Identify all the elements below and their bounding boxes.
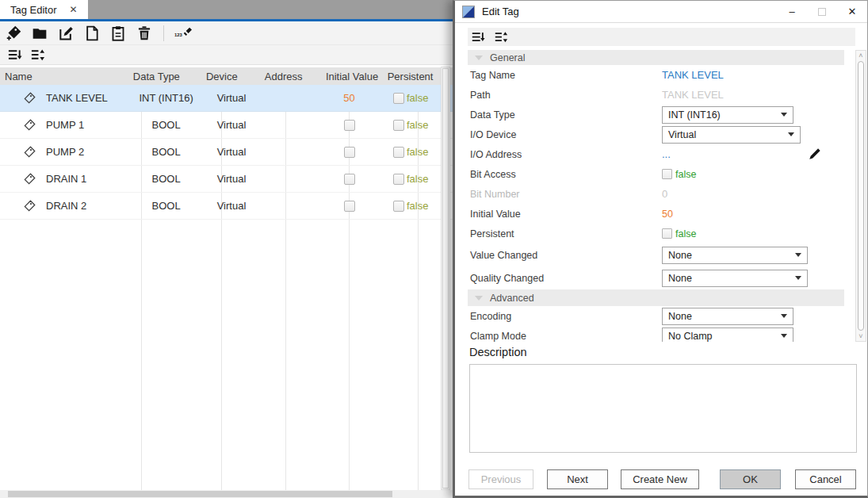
table-vertical-scrollbar[interactable] <box>441 67 450 490</box>
initial-value-checkbox[interactable] <box>344 174 355 185</box>
persistent-value: false <box>407 119 428 131</box>
tag-device: Virtual <box>202 112 260 138</box>
persistent-checkbox[interactable] <box>393 147 404 158</box>
tag-name-value[interactable]: TANK LEVEL <box>662 69 724 81</box>
close-button[interactable]: ✕ <box>837 1 867 22</box>
column-header-initial-value[interactable]: Initial Value <box>318 67 381 85</box>
tag-device: Virtual <box>202 166 260 192</box>
paste-icon[interactable] <box>109 25 127 42</box>
column-header-address[interactable]: Address <box>260 67 318 85</box>
table-body: TANK LEVEL INT (INT16) Virtual 50 false … <box>0 85 453 491</box>
table-row-pump-1[interactable]: PUMP 1 BOOL Virtual false <box>0 112 453 139</box>
encoding-dropdown[interactable]: None <box>662 308 793 325</box>
scroll-up-icon[interactable]: ˄ <box>858 51 862 60</box>
number-tag-icon[interactable]: 123 <box>174 25 192 42</box>
expand-rows-icon[interactable] <box>6 46 23 63</box>
field-tag-name: Tag Name TANK LEVEL <box>468 65 844 85</box>
collapse-rows-icon[interactable] <box>29 46 46 63</box>
clamp-mode-dropdown[interactable]: No Clamp <box>662 328 793 343</box>
table-row-pump-2[interactable]: PUMP 2 BOOL Virtual false <box>0 139 453 166</box>
tag-address <box>261 112 318 138</box>
tag-data-type: BOOL <box>130 112 202 138</box>
initial-value-checkbox[interactable] <box>344 120 355 131</box>
tab-close-icon[interactable]: ✕ <box>70 4 78 15</box>
persistent-checkbox[interactable] <box>393 120 404 131</box>
quality-changed-dropdown[interactable]: None <box>662 270 808 287</box>
tag-device: Virtual <box>202 139 260 165</box>
initial-value-checkbox[interactable] <box>344 147 355 158</box>
edit-address-pencil-icon[interactable] <box>808 147 822 161</box>
table-horizontal-scroll-thumb[interactable] <box>8 491 392 497</box>
initial-value-checkbox[interactable] <box>344 201 355 212</box>
field-clamp-mode: Clamp Mode No Clamp <box>468 326 844 342</box>
minimize-button[interactable]: – <box>777 1 807 22</box>
create-new-button[interactable]: Create New <box>621 469 699 489</box>
tag-editor-panel: Tag Editor ✕ <box>0 0 453 498</box>
field-label: I/O Device <box>468 129 662 140</box>
scroll-down-icon[interactable]: ˅ <box>858 331 862 341</box>
chevron-down-icon <box>781 113 787 117</box>
dialog-title-bar[interactable]: Edit Tag – ✕ <box>455 1 867 23</box>
field-bit-number: Bit Number 0 <box>468 184 844 204</box>
edit-tag-icon[interactable] <box>57 25 75 42</box>
initial-value-value[interactable]: 50 <box>662 209 673 220</box>
copy-icon[interactable] <box>83 25 101 42</box>
expand-sections-icon[interactable] <box>469 29 487 46</box>
property-grid-scrollbar[interactable]: ˄ ˅ <box>855 50 866 342</box>
value-changed-dropdown[interactable]: None <box>662 247 808 264</box>
column-header-device[interactable]: Device <box>201 67 260 85</box>
tab-tag-editor[interactable]: Tag Editor ✕ <box>0 0 88 19</box>
dialog-view-toolbar <box>468 28 855 46</box>
tag-name: DRAIN 1 <box>46 173 86 185</box>
field-label: Value Changed <box>468 250 662 261</box>
app-logo-icon <box>462 6 475 18</box>
table-vertical-scroll-thumb[interactable] <box>442 68 449 488</box>
maximize-button[interactable] <box>807 1 837 22</box>
bit-number-value: 0 <box>662 188 667 200</box>
column-header-name[interactable]: Name <box>0 67 128 85</box>
description-input[interactable] <box>469 364 857 453</box>
table-row-tank-level[interactable]: TANK LEVEL INT (INT16) Virtual 50 false <box>0 85 453 112</box>
persistent-checkbox[interactable] <box>393 93 404 104</box>
previous-button[interactable]: Previous <box>468 469 533 489</box>
cancel-button[interactable]: Cancel <box>795 469 856 489</box>
tag-icon <box>22 199 36 213</box>
section-advanced[interactable]: Advanced <box>468 289 844 306</box>
section-general[interactable]: General <box>468 50 844 65</box>
field-label: Quality Changed <box>468 273 662 284</box>
tag-initial-value[interactable]: 50 <box>318 85 380 111</box>
column-header-data-type[interactable]: Data Type <box>128 67 201 85</box>
bit-access-checkbox[interactable] <box>662 169 672 179</box>
field-label: Persistent <box>468 228 662 239</box>
io-device-dropdown[interactable]: Virtual <box>662 126 801 144</box>
persistent-checkbox[interactable] <box>662 228 672 239</box>
table-row-drain-1[interactable]: DRAIN 1 BOOL Virtual false <box>0 166 453 193</box>
edit-tag-dialog: Edit Tag – ✕ General Tag Name TANK LEV <box>453 0 868 498</box>
chevron-down-icon <box>795 276 801 280</box>
svg-text:123: 123 <box>174 32 183 36</box>
delete-icon[interactable] <box>136 25 153 42</box>
persistent-checkbox[interactable] <box>393 174 404 185</box>
field-label: Clamp Mode <box>468 331 662 342</box>
scroll-thumb[interactable] <box>858 61 864 331</box>
tag-address <box>261 139 318 165</box>
field-label: Encoding <box>468 311 662 322</box>
collapse-sections-icon[interactable] <box>492 29 510 46</box>
table-horizontal-scrollbar[interactable] <box>0 490 453 498</box>
field-persistent: Persistent false <box>468 224 844 243</box>
data-type-dropdown[interactable]: INT (INT16) <box>662 106 793 124</box>
io-address-value[interactable]: ... <box>662 148 671 160</box>
tab-bar: Tag Editor ✕ <box>0 0 453 19</box>
table-row-drain-2[interactable]: DRAIN 2 BOOL Virtual false <box>0 193 453 220</box>
persistent-checkbox[interactable] <box>393 201 404 212</box>
description-label: Description <box>469 346 527 358</box>
tag-data-type: BOOL <box>130 139 202 165</box>
field-label: Initial Value <box>468 209 662 220</box>
tag-device: Virtual <box>202 85 260 111</box>
open-folder-icon[interactable] <box>31 25 48 42</box>
ok-button[interactable]: OK <box>720 469 781 489</box>
add-tag-icon[interactable] <box>5 25 22 42</box>
tag-device: Virtual <box>202 193 260 219</box>
next-button[interactable]: Next <box>547 469 608 489</box>
tag-icon <box>22 118 36 132</box>
